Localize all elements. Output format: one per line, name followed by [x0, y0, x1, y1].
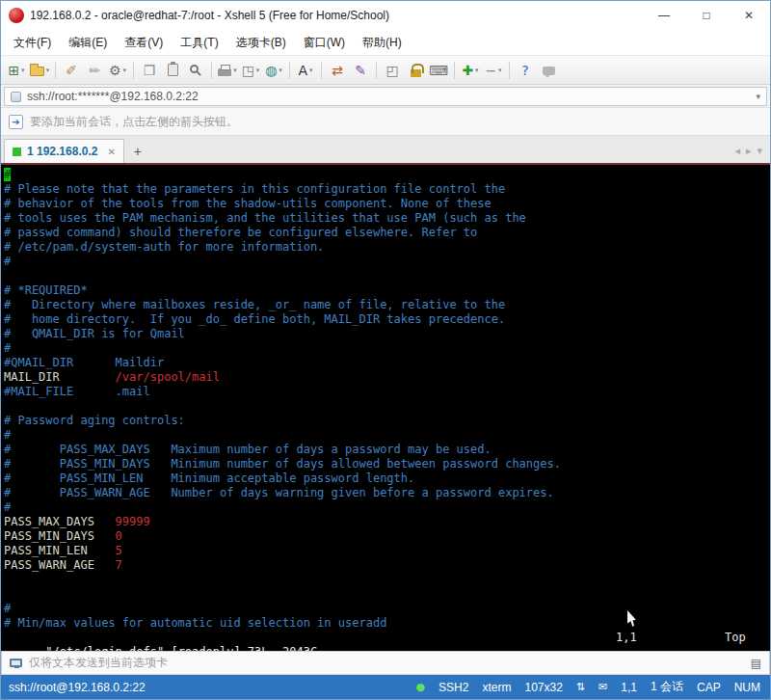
send-to-tab-icon: [10, 659, 22, 667]
web-browser-icon-glyph: ◍: [265, 64, 277, 77]
minimize-button[interactable]: —: [643, 1, 685, 30]
dropdown-caret-icon[interactable]: ▾: [256, 67, 260, 74]
menu-edit[interactable]: 编辑(E): [60, 31, 116, 55]
help-icon[interactable]: ?: [515, 59, 536, 82]
font-icon[interactable]: A▾: [295, 59, 316, 82]
zoom-out-icon[interactable]: −▾: [483, 59, 504, 82]
menu-tab[interactable]: 选项卡(B): [227, 31, 295, 55]
pencil-icon-glyph: ✏: [89, 64, 100, 77]
address-dropdown-icon[interactable]: ▾: [756, 92, 760, 101]
screen-capture-icon-glyph: ◳: [242, 64, 254, 77]
paintbrush-icon[interactable]: ✐: [61, 59, 82, 82]
dropdown-caret-icon[interactable]: ▾: [21, 67, 25, 74]
info-bar-text: 要添加当前会话，点击左侧的箭头按钮。: [30, 114, 238, 130]
find-icon[interactable]: [185, 59, 206, 82]
print-icon-glyph: [218, 68, 231, 76]
terminal-line: # PASS_MIN_LEN Minimum acceptable passwo…: [4, 471, 770, 486]
file-transfer-icon[interactable]: ⇄: [327, 59, 348, 82]
zoom-in-icon[interactable]: ✚▾: [460, 59, 481, 82]
dropdown-caret-icon[interactable]: ▾: [46, 67, 50, 74]
terminal-line: # tools uses the PAM mechanism, and the …: [4, 211, 770, 226]
menu-view[interactable]: 查看(V): [116, 31, 172, 55]
terminal-line: #: [4, 428, 770, 443]
new-tab-button[interactable]: +: [128, 142, 147, 161]
terminal[interactable]: ## Please note that the parameters in th…: [1, 165, 770, 651]
send-bar[interactable]: 仅将文本发送到当前选项卡 ▤: [1, 651, 770, 675]
web-browser-icon[interactable]: ◍▾: [263, 59, 284, 82]
add-session-arrow-icon[interactable]: ➔: [9, 115, 23, 129]
tab-label: 1 192.168.0.2: [27, 145, 97, 158]
screen-capture-icon[interactable]: ◳▾: [240, 59, 261, 82]
address-bar[interactable]: ssh://root:*******@192.168.0.2:22 ▾: [4, 87, 767, 106]
session-properties-icon-glyph: ⚙: [109, 64, 121, 77]
dropdown-caret-icon[interactable]: ▾: [498, 67, 502, 74]
zoom-out-icon-glyph: −: [485, 64, 496, 77]
session-properties-icon[interactable]: ⚙▾: [107, 59, 128, 82]
statusbar-session-count: 1 会话: [651, 679, 683, 695]
new-session-icon[interactable]: ⊞▾: [6, 59, 27, 82]
tab-bar: 1 192.168.0.2 ✕ + ◂ ▸ ▾: [1, 136, 770, 163]
window-title: 192.168.0.2 - oracle@redhat-7:/root - Xs…: [30, 9, 389, 22]
close-button[interactable]: ✕: [728, 1, 770, 30]
pencil-icon[interactable]: ✏: [84, 59, 105, 82]
menu-tools[interactable]: 工具(T): [172, 31, 226, 55]
terminal-line: MAIL_DIR /var/spool/mail: [4, 370, 770, 385]
paintbrush-icon-glyph: ✐: [66, 64, 77, 77]
info-bar: ➔ 要添加当前会话，点击左侧的箭头按钮。: [1, 108, 770, 136]
dropdown-caret-icon[interactable]: ▾: [279, 67, 282, 74]
status-bar: ssh://root@192.168.0.2:22 ●SSH2xterm107x…: [1, 675, 770, 699]
feedback-icon[interactable]: [538, 59, 559, 82]
session-protocol-icon: [11, 92, 21, 102]
tab-nav: ◂ ▸ ▾: [734, 145, 770, 163]
send-bar-label: 仅将文本发送到当前选项卡: [29, 655, 168, 671]
zoom-in-icon-glyph: ✚: [462, 64, 473, 77]
find-icon-glyph: [190, 65, 199, 73]
tab-session-1[interactable]: 1 192.168.0.2 ✕: [4, 139, 124, 163]
terminal-line: [4, 269, 770, 283]
paste-icon[interactable]: [162, 59, 183, 82]
soft-keyboard-icon[interactable]: ⌨: [428, 59, 449, 82]
print-icon[interactable]: ▾: [217, 59, 238, 82]
terminal-line: #: [4, 602, 770, 616]
menu-file[interactable]: 文件(F): [5, 31, 60, 55]
dropdown-caret-icon[interactable]: ▾: [123, 67, 127, 74]
compose-icon[interactable]: ✎: [350, 59, 371, 82]
toolbar-separator: [454, 62, 455, 79]
terminal-line: # PASS_MAX_DAYS Maximum number of days a…: [4, 443, 770, 457]
dropdown-caret-icon[interactable]: ▾: [309, 67, 313, 74]
open-folder-icon[interactable]: ▾: [29, 59, 50, 82]
tab-scroll-left-icon[interactable]: ◂: [734, 145, 740, 157]
lock-screen-icon[interactable]: [405, 59, 426, 82]
terminal-cursor: #: [4, 168, 11, 181]
fullscreen-icon[interactable]: ◰: [382, 59, 403, 82]
tab-close-icon[interactable]: ✕: [107, 147, 115, 157]
tab-scroll-right-icon[interactable]: ▸: [746, 145, 752, 157]
statusbar-size: 107x32: [524, 681, 562, 694]
help-icon-glyph: ?: [521, 64, 528, 77]
maximize-button[interactable]: □: [685, 1, 728, 30]
terminal-line: # passwd command) should therefore be co…: [4, 226, 770, 240]
terminal-line: PASS_MIN_DAYS 0: [4, 529, 770, 544]
terminal-line: # Min/max values for automatic uid selec…: [4, 616, 770, 631]
terminal-line: #: [4, 168, 770, 182]
toolbar-separator: [133, 62, 134, 79]
dropdown-caret-icon[interactable]: ▾: [475, 67, 479, 74]
menu-help[interactable]: 帮助(H): [354, 31, 411, 55]
toolbar: ⊞▾▾✐✏⚙▾❐▾◳▾◍▾A▾⇄✎◰⌨✚▾−▾?: [1, 56, 770, 85]
statusbar-cursor-position: 1,1: [621, 681, 637, 694]
toolbar-separator: [509, 62, 510, 79]
compose-icon-glyph: ✎: [355, 64, 366, 77]
vim-status-line: "/etc/login.defs" [readonly] 73L, 2043C …: [4, 631, 770, 645]
panel-toggle-icon[interactable]: ▤: [751, 657, 761, 670]
terminal-line: PASS_MAX_DAYS 99999: [4, 515, 770, 529]
menu-window[interactable]: 窗口(W): [295, 31, 354, 55]
tab-list-icon[interactable]: ▾: [757, 145, 762, 157]
address-row: ssh://root:*******@192.168.0.2:22 ▾: [1, 85, 770, 108]
statusbar-caps-indicator: CAP: [697, 681, 721, 694]
terminal-line: # Please note that the parameters in thi…: [4, 182, 770, 197]
dropdown-caret-icon[interactable]: ▾: [233, 67, 237, 74]
terminal-line: #: [4, 255, 770, 269]
terminal-line: # home directory. If you _do_ define bot…: [4, 312, 770, 327]
lock-screen-icon-glyph: [411, 69, 421, 77]
copy-icon[interactable]: ❐: [139, 59, 160, 82]
